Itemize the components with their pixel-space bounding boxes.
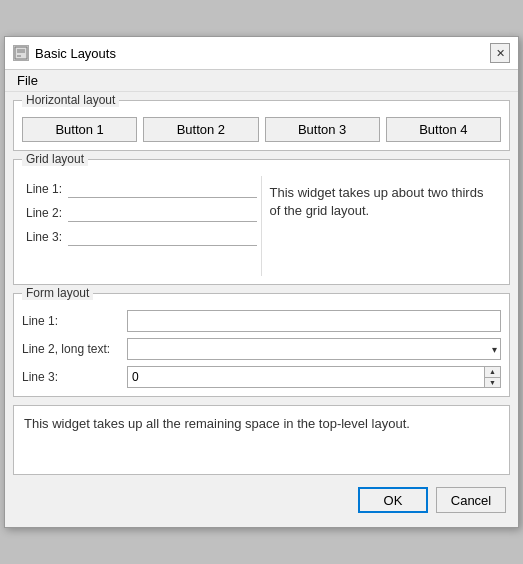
menu-bar: File xyxy=(5,70,518,92)
grid-layout-inner: Line 1: Line 2: Line 3: This widget take… xyxy=(22,176,501,276)
form-layout-group: Form layout Line 1: Line 2, long text: ▾ xyxy=(13,293,510,397)
grid-label-3: Line 3: xyxy=(26,230,68,244)
form-layout-inner: Line 1: Line 2, long text: ▾ Line 3: xyxy=(22,310,501,388)
grid-left-panel: Line 1: Line 2: Line 3: xyxy=(22,176,262,276)
form-group-title: Form layout xyxy=(22,286,93,300)
dialog-button-row: OK Cancel xyxy=(13,483,510,519)
spinbox-down-button[interactable]: ▼ xyxy=(485,377,500,388)
form-label-2: Line 2, long text: xyxy=(22,342,127,356)
title-bar: Basic Layouts ✕ xyxy=(5,37,518,70)
spinbox-buttons: ▲ ▼ xyxy=(484,367,500,387)
grid-layout-group: Grid layout Line 1: Line 2: Line 3: xyxy=(13,159,510,285)
bottom-text-widget: This widget takes up all the remaining s… xyxy=(13,405,510,475)
svg-rect-1 xyxy=(17,49,25,53)
form-spinbox-3: ▲ ▼ xyxy=(127,366,501,388)
form-row-3: Line 3: ▲ ▼ xyxy=(22,366,501,388)
form-row-2: Line 2, long text: ▾ xyxy=(22,338,501,360)
window-body: Horizontal layout Button 1 Button 2 Butt… xyxy=(5,92,518,527)
button-3[interactable]: Button 3 xyxy=(265,117,380,142)
file-menu[interactable]: File xyxy=(13,71,42,90)
window-icon xyxy=(13,45,29,61)
spinbox-up-button[interactable]: ▲ xyxy=(485,367,500,377)
horizontal-button-row: Button 1 Button 2 Button 3 Button 4 xyxy=(22,117,501,142)
form-select-2[interactable] xyxy=(127,338,501,360)
horizontal-group-title: Horizontal layout xyxy=(22,93,119,107)
window-title: Basic Layouts xyxy=(35,46,116,61)
grid-label-2: Line 2: xyxy=(26,206,68,220)
grid-right-panel: This widget takes up about two thirds of… xyxy=(262,176,502,276)
grid-input-1[interactable] xyxy=(68,180,257,198)
form-input-1[interactable] xyxy=(127,310,501,332)
grid-row-1: Line 1: xyxy=(26,180,257,198)
ok-button[interactable]: OK xyxy=(358,487,428,513)
form-label-3: Line 3: xyxy=(22,370,127,384)
button-4[interactable]: Button 4 xyxy=(386,117,501,142)
grid-group-title: Grid layout xyxy=(22,152,88,166)
cancel-button[interactable]: Cancel xyxy=(436,487,506,513)
svg-rect-2 xyxy=(17,55,21,57)
form-label-1: Line 1: xyxy=(22,314,127,328)
form-select-wrapper: ▾ xyxy=(127,338,501,360)
spinbox-input[interactable] xyxy=(128,367,484,387)
grid-label-1: Line 1: xyxy=(26,182,68,196)
grid-description: This widget takes up about two thirds of… xyxy=(270,185,484,218)
main-window: Basic Layouts ✕ File Horizontal layout B… xyxy=(4,36,519,528)
bottom-text-content: This widget takes up all the remaining s… xyxy=(24,416,410,431)
form-row-1: Line 1: xyxy=(22,310,501,332)
grid-row-3: Line 3: xyxy=(26,228,257,246)
grid-input-3[interactable] xyxy=(68,228,257,246)
button-2[interactable]: Button 2 xyxy=(143,117,258,142)
close-button[interactable]: ✕ xyxy=(490,43,510,63)
horizontal-layout-group: Horizontal layout Button 1 Button 2 Butt… xyxy=(13,100,510,151)
button-1[interactable]: Button 1 xyxy=(22,117,137,142)
grid-input-2[interactable] xyxy=(68,204,257,222)
grid-row-2: Line 2: xyxy=(26,204,257,222)
title-bar-left: Basic Layouts xyxy=(13,45,116,61)
